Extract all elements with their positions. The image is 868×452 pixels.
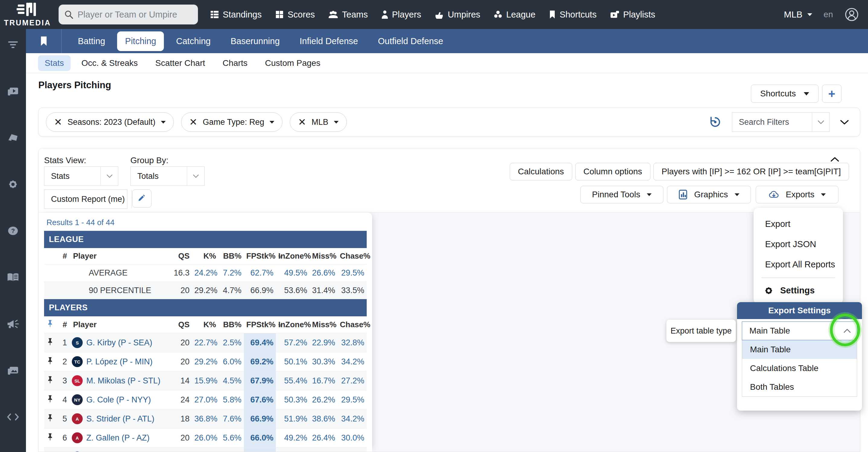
glossary-book-icon[interactable]: [7, 271, 19, 283]
player-name-link[interactable]: G. Kirby (P - SEA): [86, 338, 152, 347]
column-options-button[interactable]: Column options: [575, 163, 650, 180]
filter-chip-label: Seasons: 2023 (Default): [68, 117, 155, 127]
remove-filter-icon[interactable]: ✕: [189, 117, 197, 127]
nav-item-teams[interactable]: Teams: [328, 10, 368, 20]
account-avatar-icon[interactable]: [844, 7, 859, 22]
col-miss[interactable]: Miss%: [310, 316, 337, 333]
nav-item-playlists[interactable]: Playlists: [610, 10, 655, 20]
col-miss[interactable]: Miss%: [310, 248, 337, 264]
col-rank[interactable]: #: [56, 248, 69, 264]
tab-catching[interactable]: Catching: [168, 31, 218, 51]
menu-item-export-json[interactable]: Export JSON: [754, 234, 843, 254]
col-chase[interactable]: Chase%: [337, 248, 367, 264]
tab-stats[interactable]: Stats: [38, 55, 71, 71]
filter-chip-seasons[interactable]: ✕ Seasons: 2023 (Default): [46, 112, 174, 132]
remove-filter-icon[interactable]: ✕: [298, 117, 306, 127]
player-name-link[interactable]: G. Cole (P - NYY): [86, 395, 151, 404]
col-k[interactable]: K%: [192, 316, 218, 333]
col-rank[interactable]: #: [56, 316, 69, 333]
menu-item-export-all-reports[interactable]: Export All Reports: [754, 254, 843, 275]
col-fpstk-sorted[interactable]: FPStk%: [244, 316, 276, 333]
tab-custom-pages[interactable]: Custom Pages: [258, 55, 327, 71]
col-qs[interactable]: QS: [168, 248, 192, 264]
nav-item-scores[interactable]: Scores: [275, 10, 315, 20]
global-search[interactable]: [59, 4, 198, 25]
search-input[interactable]: [78, 10, 192, 20]
col-player[interactable]: Player: [69, 248, 168, 264]
col-bb[interactable]: BB%: [218, 316, 244, 333]
filter-chip-mlb[interactable]: ✕ MLB: [290, 112, 346, 132]
bookmark-button[interactable]: [26, 29, 62, 53]
announcements-megaphone-icon[interactable]: [7, 318, 19, 330]
graphics-dropdown[interactable]: Graphics: [667, 186, 751, 203]
shortcuts-dropdown-button[interactable]: Shortcuts: [751, 85, 818, 103]
embed-code-icon[interactable]: [7, 411, 19, 423]
nav-item-shortcuts[interactable]: Shortcuts: [549, 10, 597, 20]
player-name-link[interactable]: P. López (P - MIN): [86, 357, 153, 367]
video-playlists-icon[interactable]: [7, 85, 19, 97]
pin-row-button[interactable]: [44, 448, 56, 452]
tab-infield-defense[interactable]: Infield Defense: [292, 31, 366, 51]
pinned-tools-dropdown[interactable]: Pinned Tools: [580, 186, 663, 203]
filter-icon[interactable]: [7, 39, 19, 51]
search-filters-select[interactable]: Search Filters: [732, 112, 830, 132]
league-selector[interactable]: MLB: [784, 9, 812, 20]
trumedia-logo[interactable]: TRUMEDIA: [5, 2, 50, 27]
nav-item-umpires[interactable]: Umpires: [434, 10, 480, 20]
col-bb[interactable]: BB%: [218, 248, 244, 264]
option-calculations-table[interactable]: Calculations Table: [742, 359, 857, 378]
media-gallery-icon[interactable]: [7, 364, 19, 376]
tab-occ-streaks[interactable]: Occ. & Streaks: [75, 55, 145, 71]
nav-item-players[interactable]: Players: [381, 10, 421, 20]
nav-item-standings[interactable]: Standings: [210, 10, 262, 20]
row-filter-expression-button[interactable]: Players with [IP] >= 162 OR [IP] >= team…: [653, 163, 849, 180]
menu-item-settings[interactable]: Settings: [754, 281, 843, 299]
filter-history-icon[interactable]: [709, 116, 722, 129]
pin-row-button[interactable]: [44, 371, 56, 390]
tab-outfield-defense[interactable]: Outfield Defense: [370, 31, 451, 51]
edit-report-button[interactable]: [132, 190, 152, 207]
col-inzone[interactable]: InZone%: [276, 248, 310, 264]
help-icon[interactable]: ?: [7, 225, 19, 237]
pin-row-button[interactable]: [44, 409, 56, 428]
col-chase[interactable]: Chase%: [337, 316, 367, 333]
tab-charts[interactable]: Charts: [216, 55, 254, 71]
tab-pitching[interactable]: Pitching: [117, 31, 164, 51]
option-both-tables[interactable]: Both Tables: [742, 378, 857, 396]
col-qs[interactable]: QS: [168, 316, 192, 333]
col-fpstk-sorted[interactable]: FPStk%: [244, 248, 276, 264]
collapse-controls-chevron-icon[interactable]: [830, 157, 839, 162]
menu-item-export[interactable]: Export: [754, 214, 843, 234]
stats-view-select[interactable]: Stats: [44, 167, 118, 186]
filter-chip-game-type[interactable]: ✕ Game Type: Reg: [181, 112, 282, 132]
tab-scatter-chart[interactable]: Scatter Chart: [149, 55, 212, 71]
col-inzone[interactable]: InZone%: [276, 316, 310, 333]
pin-row-button[interactable]: [44, 428, 56, 448]
chevron-up-icon[interactable]: [838, 322, 857, 340]
nav-item-league[interactable]: League: [493, 10, 535, 20]
col-player[interactable]: Player: [69, 316, 168, 333]
settings-gear-icon[interactable]: [7, 178, 19, 190]
spray-chart-icon[interactable]: [7, 132, 19, 144]
calculations-button[interactable]: Calculations: [510, 163, 572, 180]
pin-all-column-header[interactable]: [44, 316, 56, 333]
player-name-link[interactable]: S. Strider (P - ATL): [86, 414, 155, 424]
remove-filter-icon[interactable]: ✕: [54, 117, 62, 127]
player-name-link[interactable]: Z. Gallen (P - AZ): [86, 433, 150, 443]
exports-dropdown[interactable]: Exports: [756, 186, 838, 203]
group-by-select[interactable]: Totals: [130, 167, 205, 186]
team-logo: S: [72, 337, 83, 348]
tab-baserunning[interactable]: Baserunning: [223, 31, 288, 51]
tab-batting[interactable]: Batting: [70, 31, 113, 51]
language-switcher[interactable]: en: [824, 10, 833, 19]
export-table-type-select[interactable]: Main Table: [742, 321, 857, 340]
collapse-filters-chevron-icon[interactable]: [840, 120, 849, 125]
add-page-button[interactable]: +: [822, 85, 841, 103]
pin-row-button[interactable]: [44, 333, 56, 352]
custom-report-select[interactable]: Custom Report (me): [44, 190, 127, 209]
pin-row-button[interactable]: [44, 352, 56, 371]
player-name-link[interactable]: M. Mikolas (P - STL): [86, 376, 161, 386]
option-main-table[interactable]: Main Table: [742, 340, 857, 359]
pin-row-button[interactable]: [44, 390, 56, 409]
col-k[interactable]: K%: [192, 248, 218, 264]
